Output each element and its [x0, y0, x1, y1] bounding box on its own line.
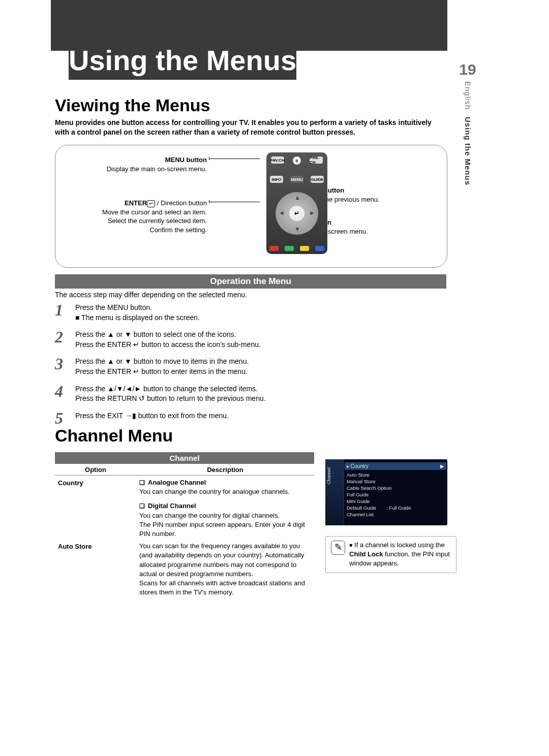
osd-item: Default Guide [347, 505, 376, 511]
step: 1 Press the MENU button. ■ The menu is d… [55, 302, 446, 323]
operation-note: The access step may differ depending on … [55, 291, 446, 299]
step-number: 1 [55, 302, 75, 318]
desc-digital2: The PIN number input screen appears. Ent… [139, 520, 311, 539]
note-prefix: If a channel is locked using the [354, 541, 445, 549]
lead-line [209, 159, 260, 159]
step-line: Press the ENTER ↵ button to access the i… [75, 340, 261, 350]
desc-autostore: You can scan for the frequency ranges av… [139, 542, 311, 579]
remote-btn-favch: FAV.CH [271, 156, 284, 164]
osd-list: Auto Store Manual Store Cable Search Opt… [347, 472, 444, 517]
page-number: 19 [452, 61, 483, 78]
heading-channel: Channel Menu [55, 426, 173, 446]
step-number: 5 [55, 410, 75, 426]
step-line: Press the ▲ or ▼ button to select one of… [75, 330, 261, 340]
heading-viewing: Viewing the Menus [55, 96, 210, 115]
step-line: ■ The menu is displayed on the screen. [75, 313, 200, 323]
remote-red-button [269, 246, 279, 251]
osd-item: Auto Store [347, 472, 444, 478]
callout-enter-suffix: / Direction button [155, 199, 207, 207]
remote-color-row [266, 246, 327, 251]
callout-enter-l3: Confirm the setting. [149, 226, 207, 234]
dpad-up-icon: ▲ [294, 194, 300, 201]
callout-enter-bold: ENTER [125, 199, 147, 207]
remote-green-button [285, 246, 294, 251]
cell-description: Analogue Channel You can change the coun… [139, 478, 314, 539]
osd-selected-label: Country [351, 463, 369, 469]
callout-menu: MENU button Display the main on-screen m… [90, 155, 207, 173]
desc-analogue: You can change the country for analogue … [139, 487, 311, 496]
table-header: Option Description [55, 464, 314, 476]
lead-line [209, 202, 260, 202]
osd-item: Full Guide [347, 492, 444, 497]
remote-btn-menu: MENU [290, 176, 303, 183]
step: 3 Press the ▲ or ▼ button to move to ite… [55, 356, 446, 376]
osd-item-value: : Full Guide [386, 505, 411, 511]
callout-enter-l1: Move the cursor and select an item. [102, 208, 207, 216]
cell-option: Auto Store [55, 542, 139, 597]
remote-btn-enter: ↵ [289, 206, 304, 221]
remote-illustration: FAV.CH 0 PRE-CH INFO MENU GUIDE ▲ ▼ ◄ ► … [266, 152, 327, 254]
page-side-tab: 19 English Using the Menus [452, 61, 483, 187]
cell-option: Country [55, 478, 139, 539]
chapter-title: Using the Menus [69, 46, 296, 80]
chevron-right-icon: ▶ [440, 463, 444, 469]
osd-item: Channel List [347, 512, 444, 517]
dpad-down-icon: ▼ [294, 226, 300, 233]
subhead-analogue: Analogue Channel [139, 478, 311, 487]
remote-btn-zero: 0 [293, 156, 301, 165]
note-box: ✎ ■If a channel is locked using the Chil… [325, 536, 456, 573]
cell-description: You can scan for the frequency ranges av… [139, 542, 314, 597]
note-text: ■If a channel is locked using the Child … [349, 541, 452, 569]
step-number: 4 [55, 383, 75, 399]
dpad-left-icon: ◄ [279, 209, 285, 216]
step: 2 Press the ▲ or ▼ button to select one … [55, 329, 446, 350]
step-line: Press the ▲ or ▼ button to move to items… [75, 357, 249, 367]
step-line: Press the ▲/▼/◄/► button to change the s… [75, 384, 266, 394]
osd-item: Mini Guide [347, 498, 444, 504]
remote-btn-info: INFO [270, 176, 283, 183]
lead-tick [209, 200, 209, 203]
table-title-channel: Channel [55, 452, 314, 464]
channel-table: Country Analogue Channel You can change … [55, 477, 314, 598]
language-label: English [464, 81, 472, 110]
step-line: Press the ENTER ↵ button to enter items … [75, 367, 249, 377]
dpad-right-icon: ► [309, 209, 315, 216]
osd-screenshot: Channel ▸ Country ▶ Auto Store Manual St… [325, 459, 447, 525]
remote-btn-prech: PRE-CH [310, 156, 323, 164]
osd-side-label: Channel [326, 467, 331, 485]
chapter-bar [51, 0, 447, 51]
step-line: Press the MENU button. [75, 303, 200, 313]
lead-tick [209, 157, 209, 160]
th-option: Option [55, 466, 136, 474]
pencil-icon: ✎ [331, 541, 345, 555]
step: 5 Press the EXIT →▮ button to exit from … [55, 410, 446, 426]
subhead-digital: Digital Channel [139, 501, 311, 511]
osd-item: Manual Store [347, 479, 444, 484]
desc-autostore2: Scans for all channels with active broad… [139, 579, 311, 597]
callout-menu-text: Display the main on-screen menu. [107, 165, 207, 173]
intro-text: Menu provides one button access for cont… [55, 118, 446, 137]
section-bar-operation: Operation the Menu [55, 274, 446, 289]
remote-yellow-button [300, 246, 309, 251]
osd-item: Cable Search Option [347, 485, 444, 491]
th-description: Description [136, 466, 314, 474]
remote-diagram: MENU button Display the main on-screen m… [55, 145, 447, 268]
callout-enter: ENTER↵ / Direction button Move the curso… [76, 199, 207, 234]
desc-digital: You can change the country for digital c… [139, 511, 311, 520]
step: 4 Press the ▲/▼/◄/► button to change the… [55, 383, 446, 404]
osd-sidebar: Channel [325, 459, 344, 525]
remote-btn-guide: GUIDE [311, 176, 324, 183]
operation-steps: 1 Press the MENU button. ■ The menu is d… [55, 302, 446, 432]
note-bold: Child Lock [349, 550, 383, 558]
remote-blue-button [315, 246, 324, 251]
table-row: Auto Store You can scan for the frequenc… [55, 540, 314, 598]
enter-icon: ↵ [147, 200, 155, 207]
callout-menu-title: MENU button [165, 156, 207, 164]
step-line: Press the RETURN ↺ button to return to t… [75, 394, 266, 404]
callout-enter-l2: Select the currently selected item. [108, 217, 207, 225]
step-line: Press the EXIT →▮ button to exit from th… [75, 411, 229, 421]
section-label-vertical: Using the Menus [464, 117, 472, 185]
osd-selected-row: ▸ Country ▶ [345, 462, 446, 470]
remote-dpad: ▲ ▼ ◄ ► ↵ [276, 192, 318, 235]
step-number: 2 [55, 329, 75, 345]
